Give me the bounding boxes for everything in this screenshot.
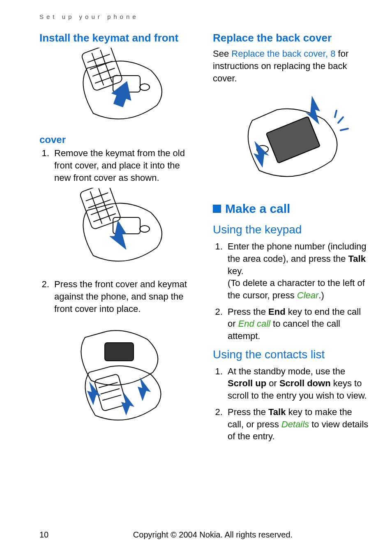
text: or — [266, 378, 279, 388]
keypad-step-1: Enter the phone number (including the ar… — [225, 240, 370, 301]
svg-line-3 — [88, 54, 110, 62]
key-talk: Talk — [268, 407, 286, 417]
svg-rect-11 — [79, 188, 121, 230]
figure-keymat-lift — [39, 48, 196, 127]
left-column: Install the keymat and front — [39, 32, 196, 447]
svg-line-15 — [93, 214, 116, 222]
svg-line-28 — [335, 111, 337, 117]
heading-replace-back-cover: Replace the back cover — [213, 32, 370, 44]
keypad-step-2: Press the End key to end the call or End… — [225, 306, 370, 342]
svg-line-4 — [90, 61, 113, 69]
softkey-end-call: End call — [238, 318, 270, 329]
square-bullet-icon — [213, 205, 221, 213]
svg-line-21 — [102, 395, 121, 400]
svg-line-20 — [101, 389, 120, 394]
svg-line-5 — [92, 68, 115, 76]
key-scroll-down: Scroll down — [279, 378, 331, 388]
link-replace-back-cover-8[interactable]: Replace the back cover, 8 — [231, 48, 335, 59]
text: At the standby mode, use the — [228, 366, 345, 376]
page-number: 10 — [39, 530, 56, 540]
text: key. — [228, 266, 244, 276]
text: Press the — [228, 407, 268, 417]
text: (To delete a character to the left of th… — [228, 278, 365, 300]
figure-snap-cover — [39, 319, 196, 427]
key-talk: Talk — [348, 254, 366, 264]
text: .) — [318, 290, 324, 300]
svg-line-6 — [95, 75, 118, 83]
svg-rect-23 — [266, 117, 320, 164]
svg-rect-22 — [105, 343, 134, 361]
svg-rect-18 — [94, 374, 127, 412]
install-step-2: Press the front cover and keymat against… — [52, 278, 196, 315]
svg-line-7 — [92, 53, 104, 85]
subheading-using-contacts: Using the contacts list — [213, 348, 370, 361]
svg-point-1 — [140, 84, 150, 90]
replace-back-cover-intro: See Replace the back cover, 8 for instru… — [213, 48, 370, 84]
install-step-1: Remove the keymat from the old front cov… — [52, 147, 196, 184]
key-end: End — [268, 307, 286, 317]
copyright-line: Copyright © 2004 Nokia. All rights reser… — [56, 530, 370, 540]
svg-line-14 — [91, 207, 113, 215]
key-scroll-up: Scroll up — [228, 378, 266, 388]
svg-line-26 — [338, 117, 343, 123]
svg-line-27 — [341, 129, 348, 130]
svg-point-10 — [140, 226, 150, 232]
heading-install-keymat-front: Install the keymat and front — [39, 32, 196, 44]
svg-line-12 — [86, 193, 108, 201]
right-column: Replace the back cover See Replace the b… — [213, 32, 370, 447]
section-heading-make-a-call: Make a call — [213, 202, 370, 216]
softkey-clear: Clear — [297, 290, 319, 300]
contacts-step-1: At the standby mode, use the Scroll up o… — [225, 365, 370, 402]
contacts-step-2: Press the Talk key to make the call, or … — [225, 406, 370, 443]
section-heading-text: Make a call — [225, 202, 290, 216]
softkey-details: Details — [281, 419, 309, 429]
running-header: Set up your phone — [39, 13, 370, 20]
figure-back-cover — [213, 88, 370, 192]
text: Enter the phone number (including the ar… — [228, 241, 367, 264]
svg-line-8 — [100, 50, 112, 82]
heading-cover-continuation: cover — [39, 134, 196, 145]
figure-keymat-insert — [39, 188, 196, 272]
svg-line-16 — [90, 191, 102, 224]
text: Press the — [228, 307, 268, 317]
subheading-using-keypad: Using the keypad — [213, 223, 370, 236]
intro-text-a: See — [213, 48, 231, 59]
